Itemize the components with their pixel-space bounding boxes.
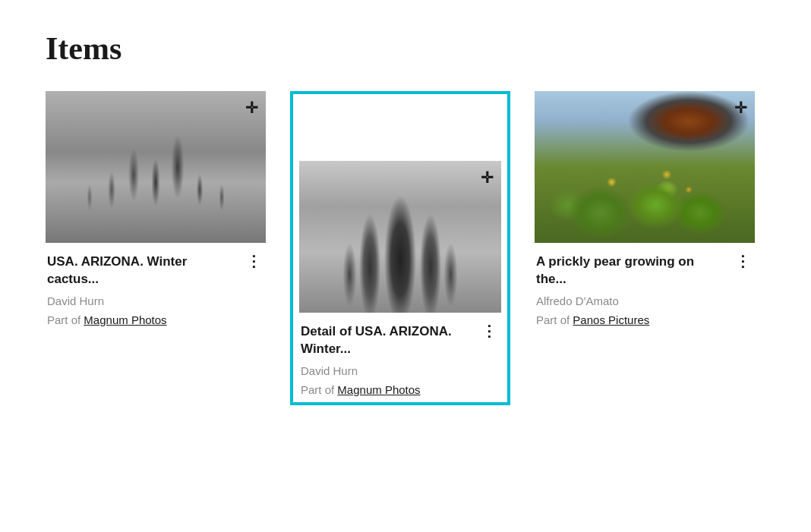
item-part-of-2: Part of Magnum Photos <box>301 383 500 396</box>
selected-top-space <box>299 100 501 161</box>
item-card-3: ✛ A prickly pear growing on the... ⋮ Alf… <box>535 91 755 326</box>
item-part-of-3: Part of Panos Pictures <box>536 313 753 326</box>
item-title-3: A prickly pear growing on the... <box>536 253 726 288</box>
item-title-2: Detail of USA. ARIZONA. Winter... <box>301 323 472 358</box>
item-title-row-2: Detail of USA. ARIZONA. Winter... ⋮ <box>301 323 500 358</box>
cactus-image-1 <box>46 91 266 243</box>
page-title: Items <box>46 30 765 67</box>
item-author-3: Alfredo D'Amato <box>536 294 753 307</box>
item-card-3-inner: ✛ A prickly pear growing on the... ⋮ Alf… <box>535 91 755 326</box>
item-meta-3: A prickly pear growing on the... ⋮ Alfre… <box>535 253 755 326</box>
drag-handle-3[interactable]: ✛ <box>734 99 747 117</box>
collection-link-1[interactable]: Magnum Photos <box>84 313 166 326</box>
cactus-image-3 <box>535 91 755 243</box>
item-title-row-3: A prickly pear growing on the... ⋮ <box>536 253 753 288</box>
item-author-1: David Hurn <box>47 294 264 307</box>
item-author-2: David Hurn <box>301 364 500 377</box>
item-card-1: ✛ USA. ARIZONA. Winter cactus... ⋮ David… <box>46 91 266 326</box>
item-card-2: ✛ Detail of USA. ARIZONA. Winter... ⋮ Da… <box>290 91 510 405</box>
item-meta-2: Detail of USA. ARIZONA. Winter... ⋮ Davi… <box>299 323 501 396</box>
items-grid: ✛ USA. ARIZONA. Winter cactus... ⋮ David… <box>46 91 765 405</box>
item-menu-button-2[interactable]: ⋮ <box>478 323 500 338</box>
item-card-1-inner: ✛ USA. ARIZONA. Winter cactus... ⋮ David… <box>46 91 266 326</box>
item-menu-button-1[interactable]: ⋮ <box>243 253 264 269</box>
part-of-label-3: Part of <box>536 313 570 326</box>
item-title-1: USA. ARIZONA. Winter cactus... <box>47 253 237 288</box>
part-of-label-2: Part of <box>301 383 334 396</box>
item-title-row-1: USA. ARIZONA. Winter cactus... ⋮ <box>47 253 264 288</box>
collection-link-2[interactable]: Magnum Photos <box>337 383 420 396</box>
item-image-1 <box>46 91 266 243</box>
item-image-2 <box>299 161 501 313</box>
part-of-label-1: Part of <box>47 313 80 326</box>
page-container: Items ✛ USA. ARIZONA. Winter cactus... ⋮… <box>0 0 811 436</box>
item-meta-1: USA. ARIZONA. Winter cactus... ⋮ David H… <box>46 253 266 326</box>
item-image-3 <box>535 91 755 243</box>
item-part-of-1: Part of Magnum Photos <box>47 313 264 326</box>
collection-link-3[interactable]: Panos Pictures <box>573 313 649 326</box>
drag-handle-2[interactable]: ✛ <box>481 168 494 187</box>
cactus-image-2 <box>299 161 501 313</box>
drag-handle-1[interactable]: ✛ <box>245 99 258 117</box>
item-card-2-inner: ✛ Detail of USA. ARIZONA. Winter... ⋮ Da… <box>299 161 501 396</box>
item-menu-button-3[interactable]: ⋮ <box>732 253 753 269</box>
